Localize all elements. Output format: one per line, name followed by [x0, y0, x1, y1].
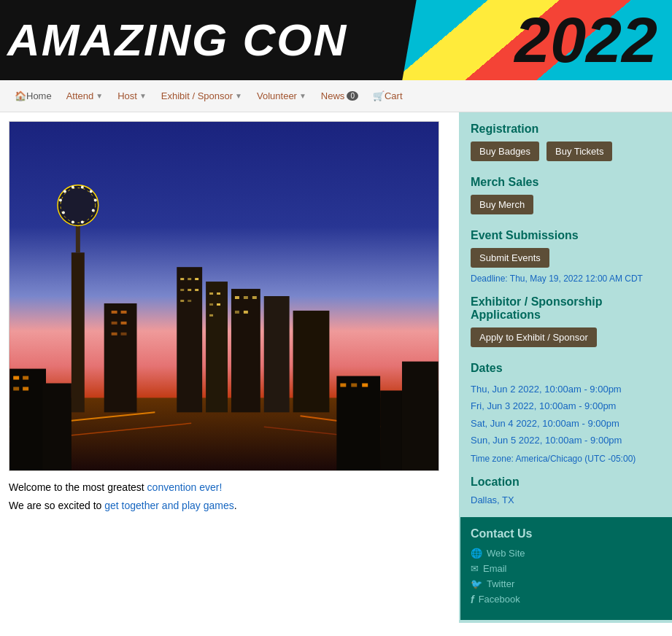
volunteer-caret: ▼ [299, 92, 306, 100]
svg-point-10 [90, 190, 93, 193]
submit-events-button[interactable]: Submit Events [471, 248, 549, 268]
nav-home-label: Home [26, 90, 52, 101]
website-label: Web Site [487, 548, 525, 559]
svg-rect-31 [180, 289, 184, 291]
svg-rect-16 [104, 303, 137, 412]
contact-item[interactable]: fFacebook [471, 594, 662, 605]
date-item: Sun, Jun 5 2022, 10:00am - 9:00pm [471, 432, 662, 449]
svg-rect-18 [121, 311, 127, 314]
nav-cart[interactable]: 🛒 Cart [366, 80, 410, 112]
svg-point-7 [63, 190, 66, 193]
location-section: Location Dallas, TX [471, 476, 662, 505]
nav-attend[interactable]: Attend ▼ [59, 80, 111, 112]
buy-tickets-button[interactable]: Buy Tickets [547, 141, 612, 161]
svg-rect-34 [180, 300, 184, 302]
convention-link[interactable]: convention ever! [147, 481, 223, 493]
svg-rect-59 [340, 384, 346, 387]
svg-rect-44 [235, 311, 239, 314]
buy-badges-button[interactable]: Buy Badges [471, 141, 539, 161]
contact-item[interactable]: 🌐Web Site [471, 548, 662, 559]
main-layout: Welcome to the most greatest convention … [0, 112, 672, 623]
deadline-text: Deadline: Thu, May 19, 2022 12:00 AM CDT [471, 274, 662, 284]
nav-home[interactable]: 🏠 Home [7, 80, 59, 112]
website-icon: 🌐 [471, 548, 482, 559]
header-year: 2022 [514, 8, 657, 72]
contact-section: Contact Us 🌐Web Site✉Email🐦TwitterfFaceb… [460, 517, 672, 620]
contact-item[interactable]: 🐦Twitter [471, 578, 662, 589]
svg-rect-38 [209, 303, 213, 306]
svg-rect-43 [252, 296, 257, 299]
nav-cart-label: Cart [385, 90, 403, 101]
facebook-icon: f [471, 594, 474, 605]
svg-rect-37 [217, 292, 220, 295]
nav-volunteer[interactable]: Volunteer ▼ [250, 80, 314, 112]
site-header: AMAZING CON 2022 [0, 0, 672, 80]
svg-rect-19 [112, 322, 117, 325]
svg-rect-27 [293, 311, 330, 412]
nav-attend-label: Attend [66, 90, 94, 101]
svg-rect-50 [9, 369, 46, 470]
svg-rect-36 [209, 292, 213, 295]
svg-point-13 [81, 220, 84, 223]
nav-news-label: News [321, 90, 345, 101]
home-icon: 🏠 [15, 90, 26, 101]
twitter-label: Twitter [487, 578, 514, 589]
svg-rect-24 [206, 282, 228, 412]
svg-rect-61 [362, 384, 368, 387]
svg-rect-52 [336, 376, 380, 470]
games-link[interactable]: get together and play games [104, 500, 233, 511]
svg-rect-39 [217, 303, 220, 306]
welcome-prefix1: Welcome to the most greatest [9, 481, 147, 493]
facebook-label: Facebook [479, 594, 520, 605]
cart-icon: 🛒 [373, 90, 385, 101]
svg-rect-20 [121, 322, 127, 325]
attend-caret: ▼ [96, 92, 103, 100]
svg-rect-26 [264, 296, 290, 412]
merch-section: Merch Sales Buy Merch [471, 176, 662, 217]
merch-title: Merch Sales [471, 176, 662, 189]
nav-exhibit-label: Exhibit / Sponsor [161, 90, 233, 101]
dates-list: Thu, Jun 2 2022, 10:00am - 9:00pmFri, Ju… [471, 381, 662, 449]
hero-image [9, 121, 439, 471]
event-submissions-section: Event Submissions Submit Events Deadline… [471, 229, 662, 284]
svg-rect-45 [244, 311, 248, 314]
apply-exhibit-button[interactable]: Apply to Exhibit / Sponsor [471, 327, 597, 347]
date-item: Thu, Jun 2 2022, 10:00am - 9:00pm [471, 381, 662, 398]
registration-title: Registration [471, 123, 662, 136]
welcome-suffix2: . [234, 500, 237, 511]
svg-point-6 [59, 199, 62, 202]
svg-rect-17 [112, 311, 117, 314]
location-value: Dallas, TX [471, 495, 662, 505]
buy-merch-button[interactable]: Buy Merch [471, 195, 533, 214]
contact-list: 🌐Web Site✉Email🐦TwitterfFacebook [471, 548, 662, 605]
svg-rect-42 [244, 296, 248, 299]
exhibit-caret: ▼ [235, 92, 242, 100]
svg-rect-57 [13, 387, 19, 390]
nav-news[interactable]: News 0 [314, 80, 366, 112]
svg-rect-32 [188, 289, 191, 291]
welcome-prefix2: We are so excited to [9, 500, 104, 511]
site-title: AMAZING CON [7, 18, 347, 63]
nav-exhibit[interactable]: Exhibit / Sponsor ▼ [154, 80, 250, 112]
dates-title: Dates [471, 362, 662, 375]
exhibitor-title: Exhibitor / Sponsorship Applications [471, 295, 662, 322]
contact-title: Contact Us [471, 527, 662, 540]
nav-host[interactable]: Host ▼ [110, 80, 154, 112]
contact-item[interactable]: ✉Email [471, 563, 662, 574]
svg-rect-54 [402, 362, 439, 470]
email-icon: ✉ [471, 563, 479, 574]
header-year-wrap: 2022 [514, 0, 657, 80]
date-item: Fri, Jun 3 2022, 10:00am - 9:00pm [471, 398, 662, 414]
welcome-text: Welcome to the most greatest convention … [9, 478, 450, 515]
host-caret: ▼ [139, 92, 147, 100]
svg-rect-21 [112, 333, 117, 336]
svg-rect-58 [23, 387, 28, 390]
registration-section: Registration Buy Badges Buy Tickets [471, 123, 662, 164]
svg-rect-40 [209, 314, 213, 317]
email-label: Email [483, 563, 507, 574]
main-content: Welcome to the most greatest convention … [0, 112, 459, 623]
svg-rect-51 [42, 384, 72, 471]
nav-volunteer-label: Volunteer [257, 90, 297, 101]
svg-rect-55 [13, 376, 19, 380]
svg-rect-56 [23, 376, 28, 380]
